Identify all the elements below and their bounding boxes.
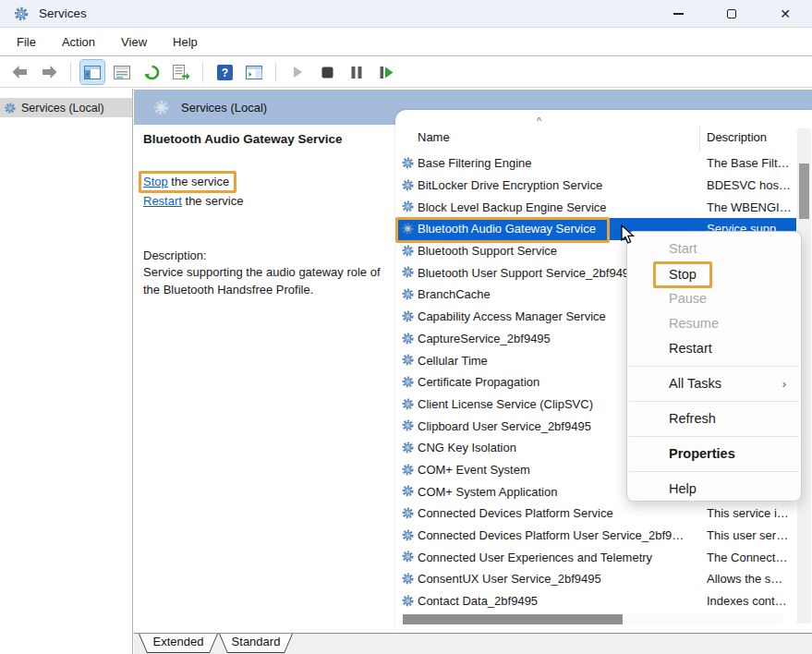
close-button[interactable]: ✕ [758,0,812,28]
banner-title: Services (Local) [181,101,267,115]
maximize-icon [727,9,736,18]
service-gear-icon [401,265,415,279]
service-description: The Connect… [707,551,787,564]
maximize-button[interactable] [705,0,758,28]
restart-service-link[interactable]: Restart [143,194,182,208]
service-gear-icon [401,418,415,432]
toolbar-separator [70,62,71,82]
service-description: The Base Filt… [707,156,790,170]
horizontal-scrollbar-thumb[interactable] [403,614,623,624]
export-list-button[interactable] [169,60,193,84]
properties-icon [114,66,130,79]
help-icon: ? [217,65,233,80]
service-name: BranchCache [418,287,491,301]
toolbar-separator [275,62,276,82]
title-bar: Services ✕ [0,0,812,28]
column-header-description[interactable]: Description [707,130,767,144]
service-gear-icon [401,287,415,301]
context-menu-item-properties[interactable]: Properties [627,442,801,466]
service-gear-icon [401,200,415,213]
service-gear-icon [401,332,415,345]
service-gear-icon [401,375,415,389]
tree-item-label: Services (Local) [21,102,104,115]
menu-separator [629,401,799,402]
stop-icon [321,67,333,79]
pause-icon [351,67,362,79]
forward-button[interactable] [37,60,61,84]
pause-service-button[interactable] [345,60,369,84]
tab-extended-label: Extended [153,635,204,648]
vertical-scrollbar-thumb[interactable] [799,164,809,219]
service-gear-icon [401,178,415,192]
help-button[interactable]: ? [212,60,236,84]
service-row[interactable]: Contact Data_2bf9495Indexes cont… [395,590,796,612]
context-menu-item-all-tasks[interactable]: All Tasks› [627,371,801,396]
context-menu-item-help[interactable]: Help [627,477,801,502]
service-name: CaptureService_2bf9495 [418,332,551,345]
console-tree-pane: Services (Local) [0,89,133,654]
description-text: Service supporting the audio gateway rol… [143,264,385,298]
service-description: This user ser… [707,528,788,542]
stop-service-button[interactable] [315,60,339,84]
services-gear-icon [4,102,17,115]
horizontal-scrollbar[interactable] [399,613,782,625]
restart-service-button[interactable] [374,60,398,84]
back-arrow-icon [11,65,29,79]
svg-text:?: ? [221,67,227,79]
selected-service-title: Bluetooth Audio Gateway Service [143,132,395,146]
properties-button[interactable] [110,60,134,84]
service-row[interactable]: Connected Devices Platform ServiceThis s… [395,503,796,525]
stop-service-link[interactable]: Stop [143,175,168,188]
menu-separator [629,366,799,367]
toolbar-separator [202,62,203,82]
service-name: Bluetooth Audio Gateway Service [418,222,596,236]
extended-info-panel: Bluetooth Audio Gateway Service Stop the… [134,125,395,633]
service-row[interactable]: Connected User Experiences and Telemetry… [395,546,796,568]
menu-bar: File Action View Help [0,29,812,56]
view-tab-strip: Extended Standard [134,633,812,654]
forward-arrow-icon [41,65,58,79]
service-gear-icon [401,594,415,608]
menu-separator [629,471,799,472]
service-name: Base Filtering Engine [418,156,532,170]
service-name: Connected User Experiences and Telemetry [418,551,652,564]
action-pane-icon [246,66,262,79]
minimize-icon [673,13,684,14]
start-service-button[interactable] [285,60,309,84]
service-name: Contact Data_2bf9495 [418,594,538,608]
tab-extended[interactable]: Extended [139,634,218,653]
restart-icon [380,67,394,79]
service-row[interactable]: Base Filtering EngineThe Base Filt… [395,152,796,175]
tab-standard[interactable]: Standard [219,634,293,653]
refresh-button[interactable] [139,60,164,84]
service-row[interactable]: BitLocker Drive Encryption ServiceBDESVC… [395,175,796,197]
service-gear-icon [401,572,415,586]
stop-link-suffix: the service [168,175,229,188]
context-menu-item-stop[interactable]: Stop [627,261,801,286]
service-gear-icon [401,441,415,454]
service-row[interactable]: Block Level Backup Engine ServiceThe WBE… [395,196,796,218]
service-gear-icon [401,397,415,411]
context-menu-item-refresh[interactable]: Refresh [627,406,801,431]
minimize-button[interactable] [651,0,705,28]
back-button[interactable] [7,60,31,84]
menu-view[interactable]: View [112,31,156,53]
service-row[interactable]: ConsentUX User Service_2bf9495Allows the… [395,568,796,590]
service-gear-icon [401,309,415,323]
tree-item-services-local[interactable]: Services (Local) [0,98,132,117]
console-tree-icon [84,66,101,79]
services-window: Services ✕ File Action View Help [0,0,812,654]
menu-item-highlight-box: Stop [653,261,712,288]
sort-ascending-icon[interactable]: ^ [537,115,541,127]
menu-file[interactable]: File [7,31,45,53]
menu-action[interactable]: Action [53,31,104,53]
show-action-pane-button[interactable] [242,60,266,84]
service-row[interactable]: Connected Devices Platform User Service_… [395,525,796,547]
menu-help[interactable]: Help [164,31,207,53]
stop-service-link-highlight: Stop the service [139,171,236,193]
show-console-tree-button[interactable] [80,60,104,84]
column-header-name[interactable]: Name [418,130,450,144]
context-menu: StartStopPauseResumeRestartAll Tasks›Ref… [626,231,802,502]
column-divider[interactable] [699,127,700,151]
context-menu-item-restart[interactable]: Restart [627,336,801,361]
